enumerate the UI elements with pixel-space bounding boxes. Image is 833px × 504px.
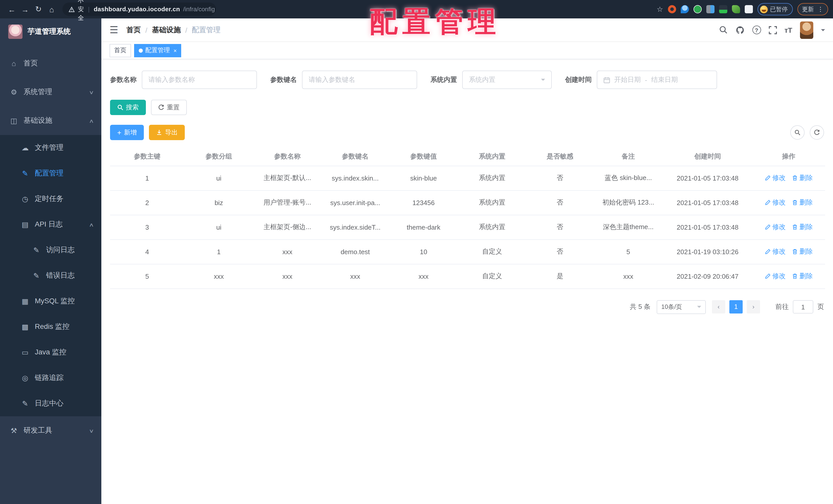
current-page-button[interactable]: 1 <box>729 300 743 313</box>
table-header-row: 参数主键参数分组参数名称参数键名参数键值系统内置是否敏感备注创建时间操作 <box>110 147 825 166</box>
sidebar-item-基础设施[interactable]: ◫基础设施∧ <box>0 106 101 135</box>
not-secure-warning-icon <box>69 6 75 12</box>
browser-home-button[interactable]: ⌂ <box>45 5 58 14</box>
browser-reload-button[interactable]: ↻ <box>32 5 45 14</box>
next-page-button[interactable]: › <box>747 300 760 313</box>
delete-link[interactable]: 删除 <box>792 173 813 182</box>
table-cell: theme-dark <box>389 215 458 240</box>
browser-forward-button[interactable]: → <box>19 5 32 14</box>
extension-gray-grid-icon[interactable] <box>706 5 714 13</box>
cloud-icon: ☁ <box>21 144 30 152</box>
prev-page-button[interactable]: ‹ <box>712 300 725 313</box>
sidebar-item-研发工具[interactable]: ⚒研发工具∨ <box>0 416 101 445</box>
delete-link[interactable]: 删除 <box>792 272 813 281</box>
delete-link[interactable]: 删除 <box>792 247 813 256</box>
chevron-down-icon: ∨ <box>89 428 94 433</box>
sidebar-item-Redis 监控[interactable]: ▩Redis 监控 <box>0 314 101 339</box>
sidebar-item-配置管理[interactable]: ✎配置管理 <box>0 160 101 186</box>
profile-paused-chip[interactable]: 已暂停 <box>757 3 793 15</box>
close-icon[interactable]: × <box>173 47 177 53</box>
help-icon[interactable]: ? <box>752 26 761 34</box>
edit-link[interactable]: 修改 <box>765 198 786 207</box>
table-cell: 否 <box>526 215 594 240</box>
delete-link[interactable]: 删除 <box>792 198 813 207</box>
edit-link[interactable]: 修改 <box>765 247 786 256</box>
sidebar-item-MySQL 监控[interactable]: ▦MySQL 监控 <box>0 288 101 314</box>
add-button[interactable]: + 新增 <box>110 125 144 140</box>
paused-label: 已暂停 <box>770 5 788 13</box>
api-log-icon: ▤ <box>21 221 30 229</box>
top-navbar: ☰ 首页 / 基础设施 / 配置管理 ? <box>101 19 833 42</box>
edit-link[interactable]: 修改 <box>765 272 786 281</box>
browser-update-button[interactable]: 更新 ⋮ <box>798 3 828 15</box>
table-cell: 3 <box>110 215 184 240</box>
sidebar-item-系统管理[interactable]: ⚙系统管理∨ <box>0 78 101 106</box>
page-size-select[interactable]: 10条/页 <box>657 300 706 314</box>
breadcrumb-home[interactable]: 首页 <box>126 25 141 34</box>
row-actions: 修改删除 <box>753 166 825 190</box>
date-range-picker[interactable]: 开始日期 - 结束日期 <box>597 71 717 89</box>
sidebar-item-label: 首页 <box>24 59 38 68</box>
browser-menu-kebab-icon[interactable]: ⋮ <box>817 6 824 13</box>
table-cell: 自定义 <box>458 264 526 288</box>
extension-pin-icon[interactable] <box>681 5 689 13</box>
search-button[interactable]: 搜索 <box>110 100 146 115</box>
param-name-input[interactable]: 请输入参数名称 <box>142 71 257 89</box>
browser-back-button[interactable]: ← <box>5 5 19 14</box>
goto-page-input[interactable]: 1 <box>793 300 813 313</box>
edit-link[interactable]: 修改 <box>765 173 786 182</box>
extension-green-circle-icon[interactable] <box>693 5 701 13</box>
screen: 配置管理 ← → ↻ ⌂ 不安全 | dashboard.yudao.iocod… <box>0 0 833 504</box>
search-form: 参数名称 请输入参数名称 参数键名 请输入参数键名 系统内置 系统内置 创建时间 <box>110 71 825 89</box>
sidebar-item-label: 定时任务 <box>35 194 64 204</box>
extension-on-badge-icon[interactable] <box>719 5 727 13</box>
app-logo-row[interactable]: 芋道管理系统 <box>0 19 101 45</box>
sidebar-item-错误日志[interactable]: ✎错误日志 <box>0 263 101 288</box>
chevron-down-icon[interactable] <box>821 29 825 33</box>
column-header: 操作 <box>753 147 825 166</box>
app-logo <box>8 25 23 39</box>
hamburger-icon[interactable]: ☰ <box>110 24 118 36</box>
builtin-select[interactable]: 系统内置 <box>462 71 552 89</box>
github-icon[interactable] <box>735 25 744 34</box>
edit-link[interactable]: 修改 <box>765 223 786 232</box>
table-cell: xxx <box>253 264 322 288</box>
extension-orange-icon[interactable] <box>668 5 676 13</box>
search-icon[interactable] <box>719 26 728 34</box>
sidebar-item-定时任务[interactable]: ◷定时任务 <box>0 186 101 212</box>
breadcrumb: 首页 / 基础设施 / 配置管理 <box>126 25 221 34</box>
java-monitor-icon: ▭ <box>21 348 30 356</box>
reset-button[interactable]: 重置 <box>151 100 187 115</box>
toggle-search-button[interactable] <box>790 125 805 140</box>
sidebar-item-API 日志[interactable]: ▤API 日志∧ <box>0 212 101 237</box>
extension-leaf-icon[interactable] <box>732 5 740 13</box>
table-cell: 10 <box>389 240 458 264</box>
goto-label: 前往 <box>776 302 789 311</box>
sidebar-item-访问日志[interactable]: ✎访问日志 <box>0 237 101 263</box>
table-cell: sys.index.skin... <box>322 166 389 190</box>
sidebar-item-label: 研发工具 <box>24 426 52 435</box>
sidebar-item-日志中心[interactable]: ✎日志中心 <box>0 391 101 416</box>
extensions-puzzle-icon[interactable] <box>744 5 753 13</box>
export-button[interactable]: 导出 <box>149 125 185 140</box>
table-cell: 1 <box>184 240 253 264</box>
tag-config-active[interactable]: 配置管理 × <box>134 44 182 57</box>
sidebar-item-Java 监控[interactable]: ▭Java 监控 <box>0 339 101 365</box>
user-avatar[interactable] <box>800 21 813 39</box>
param-key-input[interactable]: 请输入参数键名 <box>302 71 417 89</box>
table-cell: skin-blue <box>389 166 458 190</box>
table-row: 5xxxxxxxxxxxx自定义是xxx2021-02-09 20:06:47修… <box>110 264 825 288</box>
fullscreen-icon[interactable] <box>768 26 777 34</box>
delete-link[interactable]: 删除 <box>792 223 813 232</box>
refresh-button[interactable] <box>810 125 824 140</box>
tag-home[interactable]: 首页 <box>110 44 131 57</box>
sidebar-item-首页[interactable]: ⌂首页 <box>0 49 101 78</box>
breadcrumb-infra[interactable]: 基础设施 <box>152 25 181 34</box>
table-cell: 否 <box>526 190 594 215</box>
sidebar-item-文件管理[interactable]: ☁文件管理 <box>0 135 101 160</box>
sidebar-item-链路追踪[interactable]: ◎链路追踪 <box>0 365 101 391</box>
table-cell: sys.index.sideT... <box>322 215 389 240</box>
address-bar[interactable]: 不安全 | dashboard.yudao.iocoder.cn/infra/c… <box>63 3 216 16</box>
font-size-icon[interactable]: ᴛT <box>784 26 792 34</box>
bookmark-star-icon[interactable]: ☆ <box>657 5 663 13</box>
